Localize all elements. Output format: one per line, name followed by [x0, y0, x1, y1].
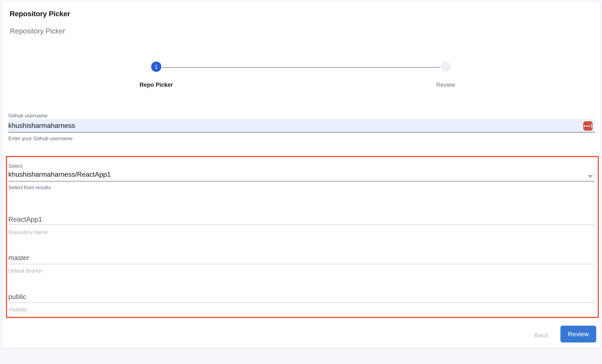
repo-select-helper: Select from results [8, 184, 51, 191]
password-manager-icon-dot [586, 125, 588, 127]
repo-select-dropdown[interactable]: khushisharmaharness/ReactApp1 [8, 171, 594, 178]
page-subtitle: Repository Picker [10, 27, 65, 35]
stepper-step-1-circle[interactable]: 1 [151, 62, 161, 72]
github-username-label: Github username [8, 113, 48, 119]
back-button[interactable]: Back [526, 329, 556, 342]
password-manager-icon-dot [589, 125, 590, 127]
review-button[interactable]: Review [560, 326, 596, 343]
repo-select-underline [8, 181, 594, 182]
repository-name-underline [8, 225, 594, 225]
repository-name-field[interactable]: ReactApp1 [8, 215, 594, 223]
stepper-step-2-label[interactable]: Review [436, 82, 455, 88]
repository-name-label: Repository Name [8, 229, 48, 235]
stepper-step-2-circle[interactable]: 2 [441, 62, 451, 72]
github-username-input[interactable] [8, 119, 595, 133]
stepper-connector-line [162, 67, 440, 68]
chevron-down-icon[interactable] [588, 175, 593, 178]
page-title: Repository Picker [10, 10, 70, 18]
default-branch-label: Default Branch [8, 268, 42, 274]
visibility-underline [8, 302, 594, 303]
github-username-helper: Enter your Github username [8, 136, 73, 141]
password-manager-icon[interactable] [583, 121, 593, 131]
default-branch-field[interactable]: master [8, 254, 594, 262]
repo-select-label: Select [8, 163, 22, 169]
repository-picker-card: Repository Picker Repository Picker 1 2 … [2, 2, 601, 348]
visibility-label: Visibility [8, 307, 27, 313]
visibility-field[interactable]: public [8, 293, 594, 301]
password-manager-icon-dot [584, 125, 585, 127]
stepper-step-1-label[interactable]: Repo Picker [140, 82, 173, 88]
password-manager-icon-bar [591, 124, 592, 128]
default-branch-underline [8, 264, 594, 264]
